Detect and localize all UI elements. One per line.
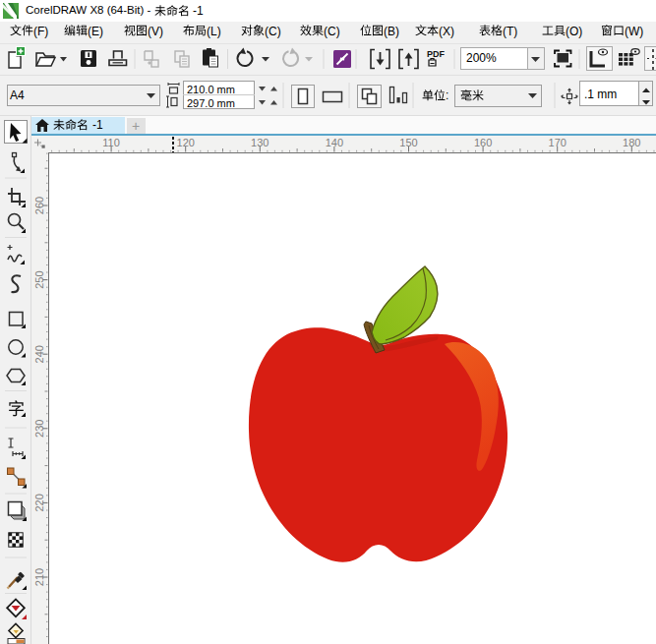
svg-text:140: 140 (326, 137, 343, 148)
svg-text:110: 110 (102, 137, 120, 148)
svg-text:120: 120 (177, 137, 195, 148)
svg-text:170: 170 (549, 137, 567, 148)
svg-text:180: 180 (623, 137, 640, 148)
svg-text:160: 160 (474, 137, 492, 148)
svg-text:130: 130 (251, 137, 268, 148)
svg-text:150: 150 (399, 137, 417, 148)
